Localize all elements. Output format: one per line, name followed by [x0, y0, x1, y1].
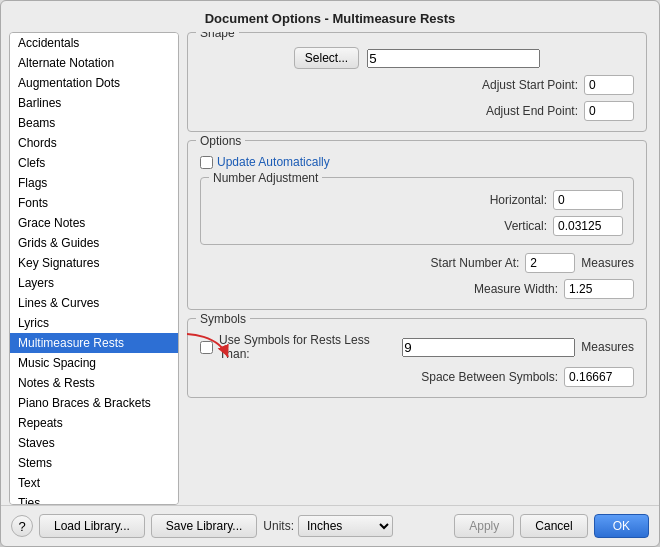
measure-width-label: Measure Width: — [200, 282, 558, 296]
sidebar-item-music-spacing[interactable]: Music Spacing — [10, 353, 178, 373]
units-label: Units: — [263, 519, 294, 533]
sidebar-item-repeats[interactable]: Repeats — [10, 413, 178, 433]
sidebar: AccidentalsAlternate NotationAugmentatio… — [9, 32, 179, 505]
start-number-label: Start Number At: — [200, 256, 519, 270]
use-symbols-value-input[interactable] — [402, 338, 575, 357]
dialog-body: AccidentalsAlternate NotationAugmentatio… — [1, 32, 659, 505]
shape-select-row: Select... — [200, 47, 634, 69]
shape-value-input[interactable] — [367, 49, 540, 68]
save-library-button[interactable]: Save Library... — [151, 514, 257, 538]
use-symbols-row: Use Symbols for Rests Less Than: Measure… — [200, 333, 634, 361]
sidebar-item-staves[interactable]: Staves — [10, 433, 178, 453]
apply-button[interactable]: Apply — [454, 514, 514, 538]
use-symbols-checkbox[interactable] — [200, 341, 213, 354]
sidebar-item-ties[interactable]: Ties — [10, 493, 178, 505]
space-between-input[interactable] — [564, 367, 634, 387]
vertical-row: Vertical: — [211, 216, 623, 236]
sidebar-item-layers[interactable]: Layers — [10, 273, 178, 293]
sidebar-item-grace-notes[interactable]: Grace Notes — [10, 213, 178, 233]
sidebar-item-lines-and-curves[interactable]: Lines & Curves — [10, 293, 178, 313]
use-symbols-label: Use Symbols for Rests Less Than: — [219, 333, 396, 361]
dialog: Document Options - Multimeasure Rests Ac… — [0, 0, 660, 547]
adjust-start-label: Adjust Start Point: — [200, 78, 578, 92]
sidebar-item-piano-braces-and-brackets[interactable]: Piano Braces & Brackets — [10, 393, 178, 413]
number-adjustment-box: Number Adjustment Horizontal: Vertical: — [200, 177, 634, 245]
ok-button[interactable]: OK — [594, 514, 649, 538]
dialog-title: Document Options - Multimeasure Rests — [1, 1, 659, 32]
footer-left: ? Load Library... Save Library... — [11, 514, 257, 538]
use-symbols-suffix: Measures — [581, 340, 634, 354]
sidebar-item-text[interactable]: Text — [10, 473, 178, 493]
shape-section: Shape Select... Adjust Start Point: Adju… — [187, 32, 647, 132]
sidebar-item-notes-and-rests[interactable]: Notes & Rests — [10, 373, 178, 393]
update-auto-checkbox-label[interactable]: Update Automatically — [200, 155, 330, 169]
measure-width-input[interactable] — [564, 279, 634, 299]
sidebar-item-lyrics[interactable]: Lyrics — [10, 313, 178, 333]
horizontal-row: Horizontal: — [211, 190, 623, 210]
sidebar-item-accidentals[interactable]: Accidentals — [10, 33, 178, 53]
adjust-end-row: Adjust End Point: — [200, 101, 634, 121]
space-between-row: Space Between Symbols: — [200, 367, 634, 387]
sidebar-item-clefs[interactable]: Clefs — [10, 153, 178, 173]
sidebar-item-alternate-notation[interactable]: Alternate Notation — [10, 53, 178, 73]
sidebar-item-augmentation-dots[interactable]: Augmentation Dots — [10, 73, 178, 93]
load-library-button[interactable]: Load Library... — [39, 514, 145, 538]
options-label: Options — [196, 134, 245, 148]
options-section: Options Update Automatically Number Adju… — [187, 140, 647, 310]
units-section: Units: Inches Centimeters Points Spaces — [263, 515, 393, 537]
update-auto-row: Update Automatically — [200, 155, 634, 169]
update-auto-checkbox[interactable] — [200, 156, 213, 169]
update-auto-text: Update Automatically — [217, 155, 330, 169]
horizontal-input[interactable] — [553, 190, 623, 210]
footer-right: Apply Cancel OK — [454, 514, 649, 538]
sidebar-item-stems[interactable]: Stems — [10, 453, 178, 473]
content-area: Shape Select... Adjust Start Point: Adju… — [187, 32, 651, 505]
adjust-start-input[interactable] — [584, 75, 634, 95]
shape-label: Shape — [196, 32, 239, 40]
adjust-end-input[interactable] — [584, 101, 634, 121]
start-number-suffix: Measures — [581, 256, 634, 270]
space-between-label: Space Between Symbols: — [200, 370, 558, 384]
sidebar-item-flags[interactable]: Flags — [10, 173, 178, 193]
select-button[interactable]: Select... — [294, 47, 359, 69]
sidebar-item-key-signatures[interactable]: Key Signatures — [10, 253, 178, 273]
sidebar-item-multimeasure-rests[interactable]: Multimeasure Rests — [10, 333, 178, 353]
cancel-button[interactable]: Cancel — [520, 514, 587, 538]
footer: ? Load Library... Save Library... Units:… — [1, 505, 659, 546]
sidebar-item-beams[interactable]: Beams — [10, 113, 178, 133]
horizontal-label: Horizontal: — [211, 193, 547, 207]
number-adj-label: Number Adjustment — [209, 171, 322, 185]
start-number-input[interactable] — [525, 253, 575, 273]
help-button[interactable]: ? — [11, 515, 33, 537]
start-number-row: Start Number At: Measures — [200, 253, 634, 273]
symbols-section: Symbols Use Symbols for Rests Les — [187, 318, 647, 398]
measure-width-row: Measure Width: — [200, 279, 634, 299]
sidebar-item-fonts[interactable]: Fonts — [10, 193, 178, 213]
sidebar-item-barlines[interactable]: Barlines — [10, 93, 178, 113]
sidebar-item-chords[interactable]: Chords — [10, 133, 178, 153]
sidebar-item-grids-and-guides[interactable]: Grids & Guides — [10, 233, 178, 253]
symbols-label: Symbols — [196, 312, 250, 326]
vertical-label: Vertical: — [211, 219, 547, 233]
adjust-start-row: Adjust Start Point: — [200, 75, 634, 95]
adjust-end-label: Adjust End Point: — [200, 104, 578, 118]
vertical-input[interactable] — [553, 216, 623, 236]
units-dropdown[interactable]: Inches Centimeters Points Spaces — [298, 515, 393, 537]
